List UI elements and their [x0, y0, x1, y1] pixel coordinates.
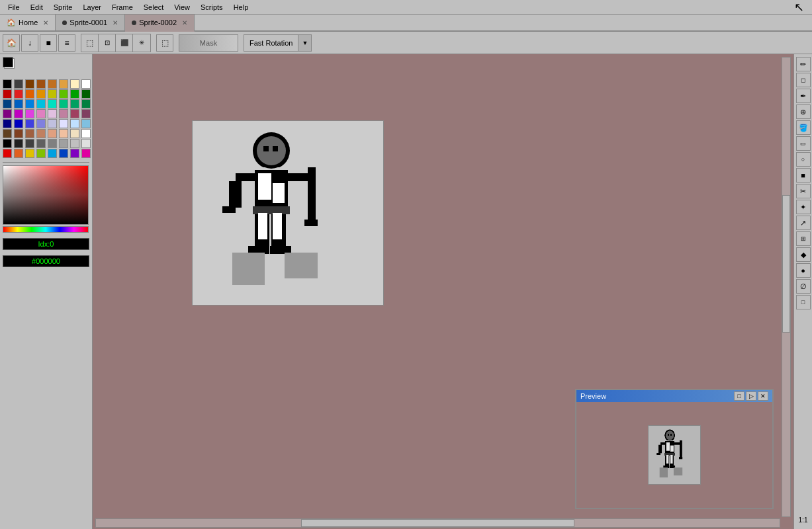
color-swatch-35[interactable] — [36, 119, 46, 128]
tab-sprite2[interactable]: Sprite-0002 ✕ — [125, 15, 195, 32]
color-swatch-41[interactable] — [14, 129, 23, 138]
color-swatch-1[interactable] — [14, 79, 23, 89]
color-swatch-56[interactable] — [3, 149, 12, 158]
canvas-scrollbar-v-thumb[interactable] — [782, 195, 790, 333]
color-swatch-27[interactable] — [36, 109, 46, 118]
color-swatch-39[interactable] — [81, 119, 91, 128]
color-swatch-2[interactable] — [25, 79, 34, 89]
color-swatch-9[interactable] — [14, 89, 23, 99]
color-swatch-25[interactable] — [14, 109, 23, 118]
color-swatch-26[interactable] — [25, 109, 34, 118]
color-swatch-49[interactable] — [14, 139, 23, 148]
tool-paint[interactable]: ■ — [796, 168, 811, 183]
menu-sprite[interactable]: Sprite — [48, 2, 78, 13]
menu-select[interactable]: Select — [138, 2, 169, 13]
tool-dot[interactable]: ● — [796, 263, 811, 278]
color-swatch-43[interactable] — [36, 129, 46, 138]
color-swatch-28[interactable] — [48, 109, 57, 118]
toolbar-list-btn[interactable]: ≡ — [58, 34, 75, 52]
toolbar-home-btn[interactable]: 🏠 — [3, 34, 20, 52]
tool-diamond[interactable]: ◆ — [796, 247, 811, 262]
color-swatch-8[interactable] — [3, 89, 12, 99]
color-swatch-14[interactable] — [70, 89, 79, 99]
toolbar-sel-circ[interactable]: ⊡ — [99, 34, 116, 52]
menu-view[interactable]: View — [169, 2, 195, 13]
tool-grid[interactable]: ⊞ — [796, 231, 811, 246]
color-swatch-32[interactable] — [3, 119, 12, 128]
toolbar-sel-magic[interactable]: ✳ — [133, 34, 150, 52]
tab-sprite1-close[interactable]: ✕ — [113, 19, 118, 26]
color-swatch-50[interactable] — [25, 139, 34, 148]
color-swatch-18[interactable] — [25, 99, 34, 108]
color-swatch-22[interactable] — [70, 99, 79, 108]
color-swatch-47[interactable] — [81, 129, 91, 138]
color-gradient[interactable] — [3, 165, 89, 225]
hue-bar[interactable] — [3, 226, 89, 233]
tool-pencil[interactable]: ✏ — [796, 57, 811, 71]
color-swatch-15[interactable] — [81, 89, 91, 99]
tool-clear[interactable]: ∅ — [796, 279, 811, 294]
color-swatch-62[interactable] — [70, 149, 79, 158]
color-swatch-5[interactable] — [59, 79, 68, 89]
tool-select-circle[interactable]: ○ — [796, 152, 811, 167]
rotation-dropdown[interactable]: Fast Rotation ▼ — [244, 34, 312, 52]
tab-sprite2-close[interactable]: ✕ — [182, 19, 187, 26]
tab-home[interactable]: 🏠 Home ✕ — [0, 15, 56, 30]
color-swatch-60[interactable] — [48, 149, 57, 158]
preview-play-btn[interactable]: ▷ — [746, 391, 756, 401]
menu-edit[interactable]: Edit — [25, 2, 48, 13]
color-swatch-36[interactable] — [48, 119, 57, 128]
tool-magnifier[interactable]: ⊕ — [796, 104, 811, 119]
color-swatch-20[interactable] — [48, 99, 57, 108]
canvas-scrollbar-h-thumb[interactable] — [301, 519, 574, 527]
color-swatch-48[interactable] — [3, 139, 12, 148]
color-swatch-54[interactable] — [70, 139, 79, 148]
menu-file[interactable]: File — [3, 2, 25, 13]
preview-close-btn[interactable]: ✕ — [758, 391, 768, 401]
toolbar-sel-lasso[interactable]: ⬛ — [116, 34, 133, 52]
color-swatch-29[interactable] — [59, 109, 68, 118]
menu-scripts[interactable]: Scripts — [195, 2, 228, 13]
color-swatch-44[interactable] — [48, 129, 57, 138]
color-swatch-53[interactable] — [59, 139, 68, 148]
color-swatch-3[interactable] — [36, 79, 46, 89]
color-swatch-10[interactable] — [25, 89, 34, 99]
color-swatch-37[interactable] — [59, 119, 68, 128]
color-swatch-23[interactable] — [81, 99, 91, 108]
color-swatch-63[interactable] — [81, 149, 91, 158]
tool-pen[interactable]: ✒ — [796, 89, 811, 103]
menu-layer[interactable]: Layer — [77, 2, 107, 13]
tool-cut[interactable]: ✂ — [796, 184, 811, 198]
color-swatch-17[interactable] — [14, 99, 23, 108]
canvas-scrollbar-horizontal[interactable] — [95, 518, 780, 528]
tool-eraser[interactable]: ◻ — [796, 73, 811, 87]
color-swatch-40[interactable] — [3, 129, 12, 138]
fg-indicator[interactable] — [3, 57, 13, 67]
color-swatch-13[interactable] — [59, 89, 68, 99]
tool-select-rect[interactable]: ▭ — [796, 136, 811, 151]
color-swatch-38[interactable] — [70, 119, 79, 128]
color-swatch-4[interactable] — [48, 79, 57, 89]
color-swatch-33[interactable] — [14, 119, 23, 128]
tool-arrow[interactable]: ↗ — [796, 216, 811, 230]
color-swatch-46[interactable] — [70, 129, 79, 138]
color-swatch-57[interactable] — [14, 149, 23, 158]
color-swatch-61[interactable] — [59, 149, 68, 158]
color-swatch-11[interactable] — [36, 89, 46, 99]
color-swatch-21[interactable] — [59, 99, 68, 108]
color-swatch-6[interactable] — [70, 79, 79, 89]
tool-move[interactable]: ✦ — [796, 200, 811, 214]
color-swatch-30[interactable] — [70, 109, 79, 118]
preview-expand-btn[interactable]: □ — [734, 391, 744, 401]
menu-help[interactable]: Help — [228, 2, 254, 13]
color-swatch-12[interactable] — [48, 89, 57, 99]
tab-home-close[interactable]: ✕ — [43, 19, 48, 26]
color-swatch-16[interactable] — [3, 99, 12, 108]
color-swatch-31[interactable] — [81, 109, 91, 118]
color-swatch-24[interactable] — [3, 109, 12, 118]
canvas-scrollbar-vertical[interactable] — [782, 57, 791, 517]
toolbar-ink-btn[interactable]: ⬚ — [156, 34, 173, 52]
color-swatch-0[interactable] — [3, 79, 12, 89]
color-swatch-59[interactable] — [36, 149, 46, 158]
toolbar-square-btn[interactable]: ■ — [40, 34, 57, 52]
